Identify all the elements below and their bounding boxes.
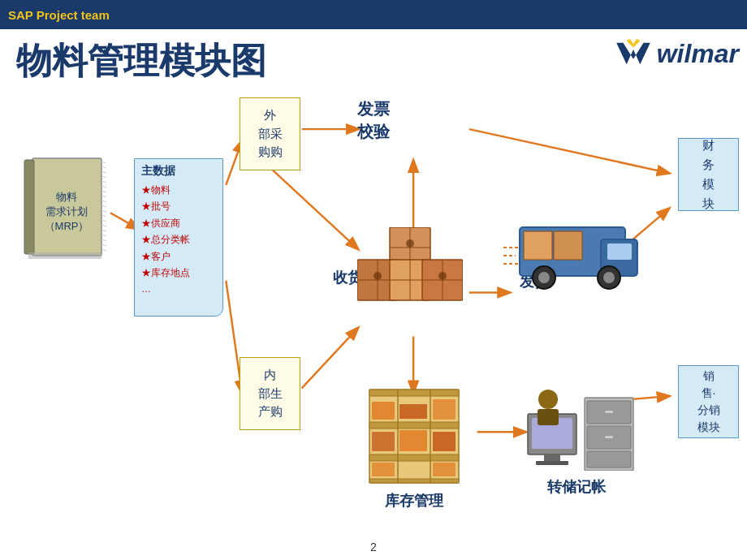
warehouse-label: 库存管理 bbox=[357, 491, 471, 510]
svg-rect-76 bbox=[433, 399, 456, 420]
svg-rect-85 bbox=[536, 461, 568, 465]
warehouse-text: 库存管理 bbox=[385, 493, 443, 509]
warehouse-illustration bbox=[365, 381, 463, 487]
svg-rect-78 bbox=[399, 430, 427, 451]
svg-line-20 bbox=[101, 176, 106, 178]
svg-rect-68 bbox=[369, 390, 459, 396]
svg-text:（MRP）: （MRP） bbox=[45, 220, 89, 232]
md-item-4: ★总分类帐 bbox=[141, 231, 190, 248]
svg-line-32 bbox=[101, 235, 106, 236]
svg-line-35 bbox=[101, 249, 106, 251]
ship-illustration bbox=[503, 203, 650, 300]
svg-line-28 bbox=[101, 215, 106, 217]
invoice-text: 发票校验 bbox=[357, 100, 390, 140]
transfer-text: 转储记帐 bbox=[547, 479, 606, 495]
diagram-container: 物料 需求计划 （MRP） 主数据 ★物料 ★批号 ★供应商 ★总分类帐 ★客户… bbox=[8, 89, 739, 536]
svg-text:需求计划: 需求计划 bbox=[45, 205, 88, 218]
svg-rect-80 bbox=[372, 463, 395, 476]
svg-line-24 bbox=[101, 196, 106, 197]
finance-label: 财务模块 bbox=[702, 136, 715, 213]
logo-area: wilmar bbox=[609, 29, 739, 78]
svg-line-29 bbox=[101, 220, 106, 222]
svg-point-53 bbox=[374, 272, 382, 280]
master-data-title: 主数据 bbox=[141, 164, 175, 179]
transfer-label: 转储记帐 bbox=[520, 477, 633, 497]
int-production-label: 内部生产购 bbox=[258, 366, 283, 421]
master-data-box: 主数据 ★物料 ★批号 ★供应商 ★总分类帐 ★客户 ★库存地点 … bbox=[134, 158, 223, 317]
md-item-7: … bbox=[141, 281, 190, 297]
svg-line-26 bbox=[101, 205, 106, 207]
invoice-label: 发票校验 bbox=[357, 97, 390, 143]
svg-rect-69 bbox=[369, 422, 459, 429]
svg-text:物料: 物料 bbox=[56, 191, 77, 203]
mrp-book-svg: 物料 需求计划 （MRP） bbox=[20, 150, 118, 280]
svg-rect-84 bbox=[544, 454, 560, 461]
master-data-items: ★物料 ★批号 ★供应商 ★总分类帐 ★客户 ★库存地点 … bbox=[141, 182, 190, 298]
svg-rect-93 bbox=[538, 409, 559, 425]
wilmar-logo-text: wilmar bbox=[657, 39, 739, 69]
svg-line-27 bbox=[101, 210, 106, 212]
truck-svg bbox=[503, 203, 650, 300]
page-number: 2 bbox=[370, 541, 377, 554]
svg-rect-91 bbox=[605, 436, 613, 438]
receive-illustration bbox=[357, 227, 463, 333]
svg-line-22 bbox=[101, 186, 106, 187]
svg-line-23 bbox=[101, 191, 106, 192]
svg-rect-74 bbox=[372, 402, 395, 420]
svg-rect-70 bbox=[369, 454, 459, 461]
svg-rect-81 bbox=[433, 463, 456, 476]
md-item-1: ★物料 bbox=[141, 182, 190, 198]
sales-label: 销售·分销模块 bbox=[697, 368, 720, 436]
sales-box: 销售·分销模块 bbox=[678, 365, 739, 438]
svg-line-31 bbox=[101, 230, 106, 231]
svg-line-21 bbox=[101, 181, 106, 183]
svg-rect-63 bbox=[554, 231, 582, 260]
svg-rect-75 bbox=[399, 404, 427, 419]
svg-rect-77 bbox=[372, 432, 395, 451]
md-item-3: ★供应商 bbox=[141, 215, 190, 231]
md-item-6: ★库存地点 bbox=[141, 265, 190, 281]
svg-rect-71 bbox=[369, 479, 459, 483]
svg-point-92 bbox=[538, 390, 558, 409]
svg-point-59 bbox=[538, 272, 550, 283]
svg-line-30 bbox=[101, 225, 106, 226]
svg-point-54 bbox=[438, 272, 447, 280]
page-title: 物料管理模块图 bbox=[16, 37, 266, 85]
svg-line-18 bbox=[101, 166, 106, 168]
mrp-book-box: 物料 需求计划 （MRP） bbox=[16, 146, 122, 284]
svg-line-6 bbox=[469, 129, 669, 173]
int-production-box: 内部生产购 bbox=[240, 357, 300, 430]
svg-rect-36 bbox=[28, 252, 101, 259]
transfer-svg bbox=[520, 365, 641, 471]
svg-line-34 bbox=[101, 244, 106, 246]
ext-purchase-label: 外部采购购 bbox=[258, 106, 283, 162]
receive-boxes-svg bbox=[357, 227, 463, 333]
svg-rect-79 bbox=[433, 432, 456, 451]
svg-rect-89 bbox=[587, 451, 631, 467]
header-title: SAP Project team bbox=[8, 8, 110, 22]
svg-rect-62 bbox=[524, 231, 552, 260]
svg-line-8 bbox=[302, 329, 358, 389]
svg-line-19 bbox=[101, 171, 106, 173]
wilmar-logo-icon bbox=[613, 37, 654, 70]
svg-line-25 bbox=[101, 200, 106, 202]
transfer-illustration bbox=[520, 365, 641, 471]
md-item-2: ★批号 bbox=[141, 198, 190, 214]
header-bar: SAP Project team bbox=[0, 0, 747, 29]
md-item-5: ★客户 bbox=[141, 248, 190, 265]
svg-line-7 bbox=[271, 169, 357, 248]
svg-rect-57 bbox=[607, 243, 632, 260]
svg-marker-1 bbox=[626, 39, 640, 48]
finance-box: 财务模块 bbox=[678, 138, 739, 211]
svg-line-33 bbox=[101, 239, 106, 241]
svg-point-61 bbox=[603, 272, 615, 283]
ext-purchase-box: 外部采购购 bbox=[240, 97, 300, 170]
warehouse-svg bbox=[365, 381, 463, 487]
svg-rect-90 bbox=[605, 411, 613, 413]
svg-point-52 bbox=[406, 239, 414, 248]
svg-rect-16 bbox=[24, 160, 34, 254]
